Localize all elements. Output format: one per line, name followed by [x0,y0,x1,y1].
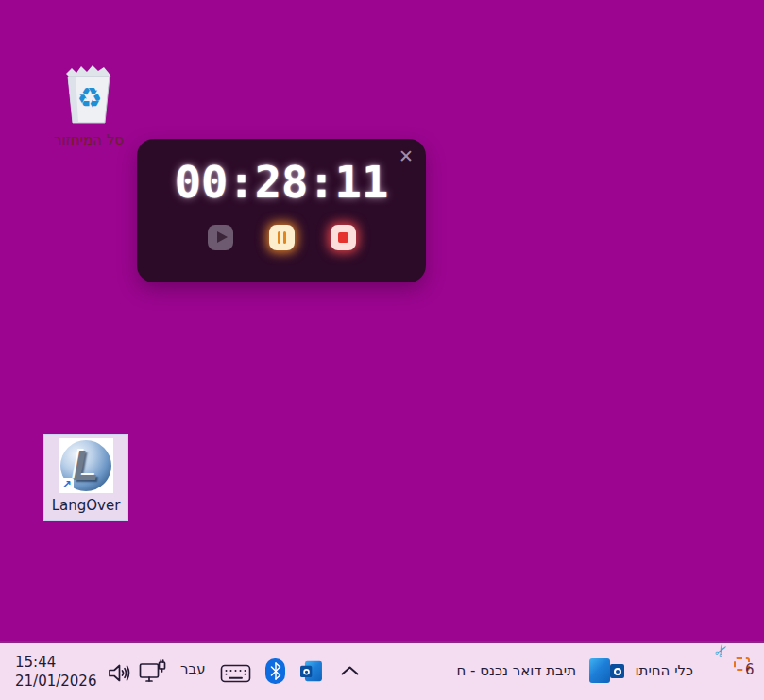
taskbar-clock[interactable]: 15:44 21/01/2026 [15,653,96,691]
clock-time: 15:44 [15,653,96,672]
recycle-bin-label: סל המיחזור [47,131,130,148]
bluetooth-icon[interactable] [265,658,285,684]
langover-label: LangOver [44,497,127,514]
outlook-ring [303,669,310,675]
network-icon[interactable] [139,659,167,685]
scissors-icon: ✂ [711,640,732,660]
outlook-tray-icon[interactable] [300,660,322,682]
timer-display: 00:28:11 [137,156,426,208]
show-hidden-icons-chevron[interactable] [340,665,360,676]
pause-button[interactable] [269,225,295,250]
outlook-inbox-label: תיבת דואר נכנס - ח [448,662,576,679]
play-button[interactable] [208,225,233,250]
touch-keyboard-icon[interactable] [220,663,251,684]
recycle-bin-icon: ♻ [59,62,119,127]
language-indicator[interactable]: עבר [180,660,206,677]
timer-widget: ✕ 00:28:11 [137,139,426,282]
timer-controls [137,225,426,250]
desktop-icon-recycle-bin[interactable]: ♻ סל המיחזור [47,62,130,148]
bluetooth-glyph [270,662,281,680]
langover-icon: L ↗ [59,438,113,493]
recycle-symbol-icon: ♻ [77,81,103,114]
shortcut-arrow-icon: ↗ [59,478,74,492]
pause-icon [283,231,287,244]
volume-icon[interactable] [108,662,132,684]
stop-icon [338,232,348,243]
taskbar: 15:44 21/01/2026 עבר [0,641,764,700]
desktop-icon-langover[interactable]: L ↗ LangOver [43,434,128,521]
pause-icon [278,231,281,244]
taskbar-item-partial[interactable]: 6 [745,661,755,678]
play-icon [217,231,228,243]
stop-button[interactable] [331,225,356,250]
clock-date: 21/01/2026 [15,672,96,691]
taskbar-button-snipping-tool[interactable]: כלי החיתו ✂ [627,657,733,691]
outlook-ring [614,668,622,676]
desktop: ♻ סל המיחזור ✕ 00:28:11 L ↗ LangOver [0,0,764,700]
outlook-back [589,658,610,683]
taskbar-button-outlook-inbox[interactable]: תיבת דואר נכנס - ח [444,657,614,691]
snipping-tool-label: כלי החיתו [629,662,693,679]
